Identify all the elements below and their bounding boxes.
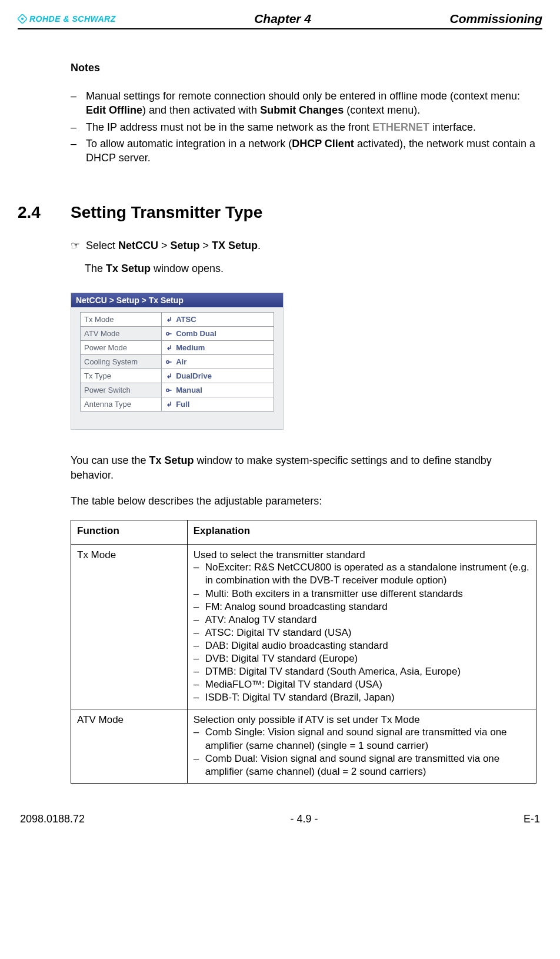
lock-icon: [165, 330, 172, 337]
lock-icon: [165, 359, 172, 366]
setting-value[interactable]: Medium: [162, 341, 274, 355]
footer-center: - 4.9 -: [291, 813, 318, 825]
body-paragraph: You can use the Tx Setup window to make …: [71, 453, 536, 482]
text: Manual settings for remote connection sh…: [86, 90, 520, 102]
value-text: Air: [176, 357, 186, 366]
footer-left: 2098.0188.72: [20, 813, 85, 825]
svg-point-1: [21, 18, 24, 20]
section-number: 2.4: [18, 203, 71, 222]
text-bold: DHCP Client: [292, 138, 354, 150]
tx-setup-screenshot: NetCCU > Setup > Tx Setup Tx ModeATSCATV…: [71, 293, 284, 430]
explanation-cell: Used to select the transmitter standardN…: [187, 545, 536, 709]
page-header: ROHDE & SCHWARZ Chapter 4 Commissioning: [18, 12, 542, 29]
table-row: Tx ModeATSC: [81, 313, 274, 327]
list-item: DTMB: Digital TV standard (South America…: [194, 665, 530, 678]
notes-heading: Notes: [71, 62, 542, 74]
text: >: [200, 240, 212, 251]
setting-value[interactable]: Full: [162, 397, 274, 412]
text-bold: TX Setup: [212, 240, 258, 251]
list-item: Multi: Both exciters in a transmitter us…: [194, 588, 530, 600]
setting-value[interactable]: DualDrive: [162, 369, 274, 383]
list-item: NoExciter: R&S NetCCU800 is operated as …: [194, 561, 530, 587]
value-text: Full: [176, 400, 189, 409]
enter-icon: [165, 401, 172, 408]
note-item: To allow automatic integration in a netw…: [71, 137, 536, 165]
text: You can use the: [71, 454, 149, 466]
list-item: MediaFLO™: Digital TV standard (USA): [194, 678, 530, 691]
body-paragraph: The table below describes the adjustable…: [71, 494, 536, 508]
setting-label: Antenna Type: [81, 397, 162, 412]
table-row: Tx ModeUsed to select the transmitter st…: [71, 545, 536, 709]
text-caps: ETHERNET: [372, 121, 429, 133]
tx-setup-table: Tx ModeATSCATV ModeComb DualPower ModeMe…: [80, 312, 274, 412]
value-text: Comb Dual: [176, 329, 216, 338]
text-bold: Edit Offline: [86, 104, 142, 116]
text-bold: NetCCU: [118, 240, 158, 251]
text: (context menu).: [344, 104, 420, 116]
text: The: [85, 263, 106, 274]
table-row: Tx TypeDualDrive: [81, 369, 274, 383]
function-cell: ATV Mode: [71, 709, 188, 783]
text: window opens.: [151, 263, 224, 274]
explanation-cell: Selection only possible if ATV is set un…: [187, 709, 536, 783]
setting-value[interactable]: Comb Dual: [162, 327, 274, 341]
list-item: DAB: Digital audio broadcasting standard: [194, 639, 530, 652]
enter-icon: [165, 344, 172, 351]
text: .: [258, 240, 261, 251]
table-row: Antenna TypeFull: [81, 397, 274, 412]
section-title: Setting Transmitter Type: [71, 203, 262, 222]
table-row: Power ModeMedium: [81, 341, 274, 355]
list-item: FM: Analog sound broadcasting standard: [194, 600, 530, 613]
parameter-table: Function Explanation Tx ModeUsed to sele…: [71, 520, 536, 783]
list-item: ISDB-T: Digital TV standard (Brazil, Jap…: [194, 691, 530, 704]
brand-text: ROHDE & SCHWARZ: [29, 14, 116, 24]
setting-label: Tx Mode: [81, 313, 162, 327]
note-item: The IP address must not be in the same n…: [71, 120, 536, 134]
lock-icon: [165, 387, 172, 394]
value-text: Manual: [176, 386, 202, 394]
page-footer: 2098.0188.72 - 4.9 - E-1: [18, 813, 542, 825]
list-item: Comb Single: Vision signal and sound sig…: [194, 726, 530, 752]
enter-icon: [165, 373, 172, 380]
setting-label: ATV Mode: [81, 327, 162, 341]
text: interface.: [429, 121, 476, 133]
setting-label: Power Mode: [81, 341, 162, 355]
text: To allow automatic integration in a netw…: [86, 138, 292, 150]
list-item: ATV: Analog TV standard: [194, 613, 530, 626]
table-row: Power SwitchManual: [81, 383, 274, 397]
value-text: DualDrive: [176, 371, 212, 380]
chapter-label: Chapter 4: [254, 12, 311, 26]
setting-value[interactable]: ATSC: [162, 313, 274, 327]
explanation-list: Comb Single: Vision signal and sound sig…: [194, 726, 530, 778]
text-bold: Setup: [171, 240, 200, 251]
table-row: Cooling SystemAir: [81, 355, 274, 369]
text: The IP address must not be in the same n…: [86, 121, 372, 133]
setting-label: Tx Type: [81, 369, 162, 383]
text: Select: [86, 240, 118, 251]
list-item: ATSC: Digital TV standard (USA): [194, 626, 530, 639]
setting-value[interactable]: Manual: [162, 383, 274, 397]
note-item: Manual settings for remote connection sh…: [71, 89, 536, 118]
setting-label: Cooling System: [81, 355, 162, 369]
setting-label: Power Switch: [81, 383, 162, 397]
pointer-icon: ☞: [71, 240, 80, 253]
table-header-explanation: Explanation: [187, 520, 536, 539]
text: ) and then activated with: [142, 104, 260, 116]
step-result: The Tx Setup window opens.: [85, 263, 542, 275]
text-bold: Submit Changes: [260, 104, 344, 116]
explanation-list: NoExciter: R&S NetCCU800 is operated as …: [194, 561, 530, 704]
function-cell: Tx Mode: [71, 545, 188, 709]
screenshot-breadcrumb: NetCCU > Setup > Tx Setup: [71, 293, 283, 307]
page-title: Commissioning: [449, 12, 542, 26]
logo-diamond-icon: [18, 14, 27, 24]
value-text: Medium: [176, 343, 205, 352]
setting-value[interactable]: Air: [162, 355, 274, 369]
brand-logo: ROHDE & SCHWARZ: [18, 14, 116, 24]
table-row: ATV ModeSelection only possible if ATV i…: [71, 709, 536, 783]
step-text: Select NetCCU > Setup > TX Setup.: [86, 240, 261, 252]
notes-list: Manual settings for remote connection sh…: [71, 89, 536, 165]
enter-icon: [165, 316, 172, 323]
table-row: ATV ModeComb Dual: [81, 327, 274, 341]
text-bold: Tx Setup: [149, 454, 194, 466]
explanation-intro: Used to select the transmitter standard: [194, 549, 530, 561]
